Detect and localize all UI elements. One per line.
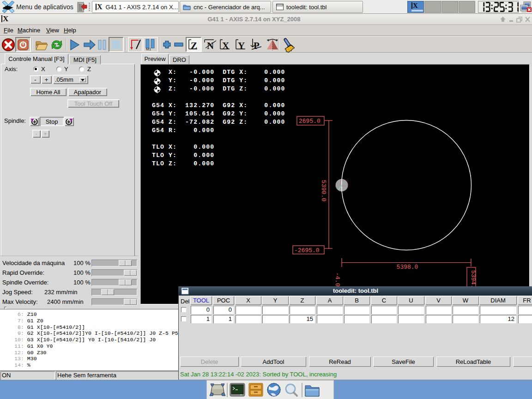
svg-text:2695.0: 2695.0	[299, 118, 320, 125]
svg-text:5398.0: 5398.0	[397, 264, 418, 271]
svg-text:-4.0: -4.0	[334, 272, 341, 286]
svg-text:M1: M1	[146, 47, 151, 51]
svg-text:5390.0: 5390.0	[320, 180, 327, 202]
svg-text:Y: Y	[238, 40, 245, 51]
svg-text:N: N	[207, 40, 214, 51]
svg-text:Z: Z	[191, 40, 197, 51]
svg-text:X: X	[222, 40, 229, 51]
svg-text:-2695.0: -2695.0	[294, 247, 320, 254]
